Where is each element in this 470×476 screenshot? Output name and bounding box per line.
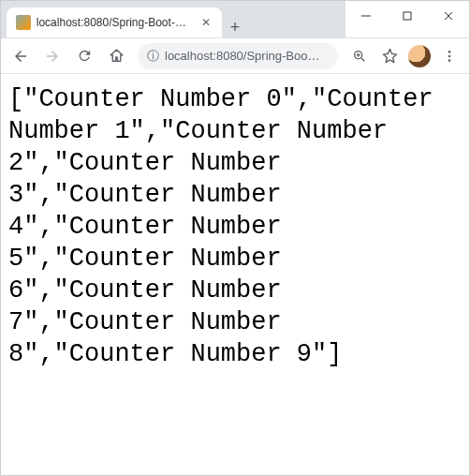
minimize-button[interactable] (345, 3, 387, 29)
url-text: localhost:8080/Spring-Boo… (165, 49, 329, 63)
menu-button[interactable] (435, 42, 463, 70)
reload-button[interactable] (70, 42, 98, 70)
browser-tab-active[interactable]: localhost:8080/Spring-Boot-Mav ✕ (7, 7, 222, 37)
window-titlebar: localhost:8080/Spring-Boot-Mav ✕ + (1, 1, 469, 38)
maximize-button[interactable] (387, 3, 428, 29)
window-controls (345, 1, 469, 37)
arrow-left-icon (12, 48, 29, 65)
close-window-button[interactable] (428, 3, 469, 29)
page-body: ["Counter Number 0","Counter Number 1","… (1, 74, 469, 379)
avatar-icon (408, 45, 431, 67)
svg-point-9 (448, 54, 451, 57)
maximize-icon (403, 11, 412, 21)
svg-point-8 (448, 51, 451, 53)
browser-toolbar: ⓘ localhost:8080/Spring-Boo… (1, 38, 469, 74)
close-tab-icon[interactable]: ✕ (199, 16, 213, 29)
minimize-icon (361, 11, 371, 21)
forward-button[interactable] (38, 42, 66, 70)
home-button[interactable] (102, 42, 130, 70)
bookmark-button[interactable] (375, 42, 404, 70)
site-info-icon[interactable]: ⓘ (147, 48, 159, 65)
kebab-icon (442, 49, 457, 64)
profile-button[interactable] (405, 42, 433, 70)
svg-line-5 (361, 58, 364, 61)
svg-point-10 (448, 59, 451, 62)
back-button[interactable] (7, 42, 35, 70)
zoom-button[interactable] (345, 42, 374, 70)
new-tab-button[interactable]: + (222, 10, 248, 37)
favicon-icon (16, 15, 31, 30)
tab-strip: localhost:8080/Spring-Boot-Mav ✕ + (1, 1, 345, 37)
star-icon (382, 48, 398, 64)
tab-title: localhost:8080/Spring-Boot-Mav (37, 16, 194, 29)
arrow-right-icon (44, 48, 61, 65)
toolbar-right (345, 42, 463, 70)
plus-icon: + (230, 18, 241, 37)
magnify-icon (352, 49, 367, 64)
svg-rect-1 (404, 12, 411, 20)
url-display: localhost:8080/Spring-Boo… (165, 49, 320, 63)
address-bar[interactable]: ⓘ localhost:8080/Spring-Boo… (138, 43, 338, 69)
home-icon (109, 48, 125, 64)
close-icon (444, 11, 453, 21)
reload-icon (77, 48, 93, 64)
